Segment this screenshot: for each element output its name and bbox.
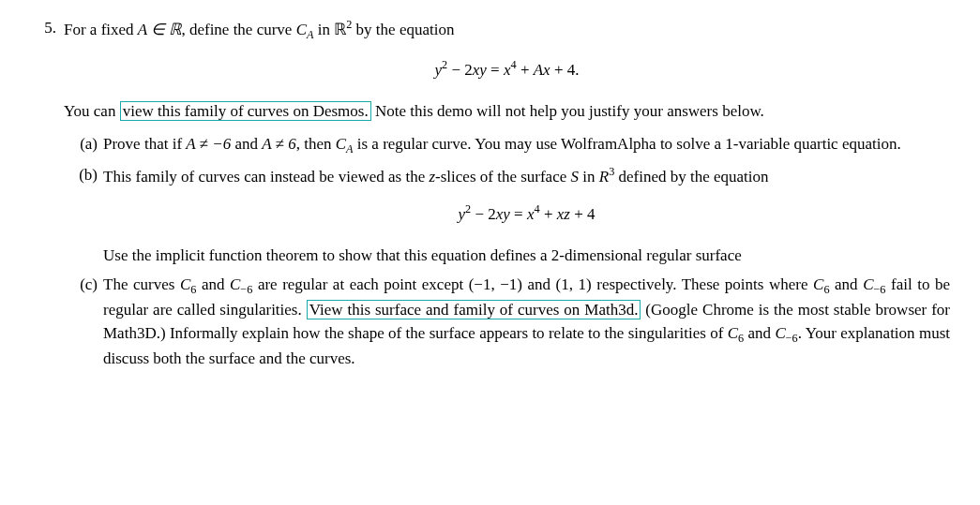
eq-x: x	[504, 60, 511, 78]
text: is a regular curve. You may use WolframA…	[354, 135, 901, 153]
R: ℝ	[334, 21, 346, 38]
math3d-link[interactable]: View this surface and family of curves o…	[307, 300, 641, 319]
C: C	[863, 275, 873, 293]
sub-neg6: −6	[786, 332, 798, 345]
eq-plus4: + 4.	[550, 60, 580, 78]
curve-C-neg6: C−6	[230, 275, 252, 293]
part-a-label: (a)	[71, 133, 98, 158]
C: C	[336, 135, 346, 153]
intro-text: in	[314, 21, 335, 38]
subparts: (a) Prove that if A ≠ −6 and A ≠ 6, then…	[64, 133, 950, 371]
part-b-task: Use the implicit function theorem to sho…	[103, 245, 950, 268]
text: The curves	[103, 275, 180, 293]
C: C	[180, 275, 190, 293]
text: Prove that if	[103, 135, 186, 153]
part-b-label: (b)	[71, 164, 98, 268]
curve-C6: C6	[813, 275, 829, 293]
part-b-intro: This family of curves can instead be vie…	[103, 164, 950, 188]
eq-xy: xy	[473, 60, 487, 78]
eq-minus: − 2	[471, 205, 496, 223]
eq-y: y	[435, 60, 443, 78]
eq-plus4: + 4	[570, 205, 596, 223]
curve-C6: C6	[728, 324, 744, 342]
C: C	[296, 21, 307, 38]
eq-minus: − 2	[447, 60, 473, 78]
sub-neg6: −6	[873, 283, 885, 296]
text: and	[744, 324, 775, 342]
sub-A: A	[307, 28, 313, 41]
C: C	[813, 275, 823, 293]
problem-number: 5.	[30, 17, 56, 377]
text: respectively. These points where	[592, 275, 813, 293]
equation-S: y2 − 2xy = x4 + xz + 4	[103, 201, 950, 226]
eq-x: x	[527, 205, 535, 223]
eq-plus: +	[540, 205, 557, 223]
desmos-note: You can view this family of curves on De…	[64, 100, 950, 124]
text: and	[830, 275, 864, 293]
surface-S: S	[571, 168, 580, 186]
C: C	[728, 324, 738, 342]
part-c-label: (c)	[71, 274, 98, 371]
eq-plus: +	[517, 60, 534, 78]
C: C	[230, 275, 240, 293]
part-c-body: The curves C6 and C−6 are regular at eac…	[103, 274, 950, 371]
text: Use the implicit function theorem to sho…	[103, 246, 742, 264]
text: in	[579, 168, 599, 186]
curve-CA: CA	[296, 21, 314, 38]
curve-C-neg6: C−6	[775, 324, 797, 342]
cond-A-ne-6: A ≠ 6	[262, 135, 295, 153]
problem-intro: For a fixed A ∈ ℝ, define the curve CA i…	[64, 17, 950, 44]
equation-CA: y2 − 2xy = x4 + Ax + 4.	[64, 57, 950, 82]
curve-C6: C6	[180, 275, 196, 293]
sub-A: A	[346, 142, 353, 156]
part-a: (a) Prove that if A ≠ −6 and A ≠ 6, then…	[71, 133, 950, 158]
curve-C-neg6: C−6	[863, 275, 885, 293]
text: and	[231, 135, 262, 153]
part-b: (b) This family of curves can instead be…	[71, 164, 950, 268]
intro-text: by the equation	[352, 21, 454, 38]
note-suffix: Note this demo will not help you justify…	[371, 102, 764, 120]
part-b-body: This family of curves can instead be vie…	[103, 164, 950, 268]
desmos-link[interactable]: view this family of curves on Desmos.	[120, 101, 371, 121]
problem-body: For a fixed A ∈ ℝ, define the curve CA i…	[64, 17, 950, 377]
math-A-in-R: A ∈ ℝ	[138, 21, 182, 38]
sub-neg6: −6	[240, 283, 252, 296]
eq-eq: =	[487, 60, 504, 78]
text: This family of curves can instead be vie…	[103, 168, 429, 186]
eq-eq: =	[510, 205, 527, 223]
part-c: (c) The curves C6 and C−6 are regular at…	[71, 274, 950, 371]
text: and	[196, 275, 230, 293]
point-1: (−1, −1)	[469, 275, 522, 293]
text: and	[522, 275, 556, 293]
math-R2: ℝ2	[334, 21, 352, 38]
eq-y: y	[459, 205, 466, 223]
space-R3: R3	[599, 168, 615, 186]
eq-xz: xz	[557, 205, 570, 223]
intro-text: , define the curve	[181, 21, 295, 38]
text: , then	[296, 135, 336, 153]
problem-5: 5. For a fixed A ∈ ℝ, define the curve C…	[30, 17, 950, 377]
part-a-body: Prove that if A ≠ −6 and A ≠ 6, then CA …	[103, 133, 950, 158]
point-2: (1, 1)	[556, 275, 592, 293]
text: defined by the equation	[614, 168, 768, 186]
text: are regular at each point except	[252, 275, 468, 293]
curve-CA: CA	[336, 135, 354, 153]
eq-Ax: Ax	[534, 60, 550, 78]
intro-text: For a fixed	[64, 21, 138, 38]
text: -slices of the surface	[435, 168, 570, 186]
R: R	[599, 168, 609, 186]
note-prefix: You can	[64, 102, 120, 120]
eq-xy: xy	[496, 205, 510, 223]
C: C	[775, 324, 785, 342]
cond-A-ne-neg6: A ≠ −6	[186, 135, 231, 153]
